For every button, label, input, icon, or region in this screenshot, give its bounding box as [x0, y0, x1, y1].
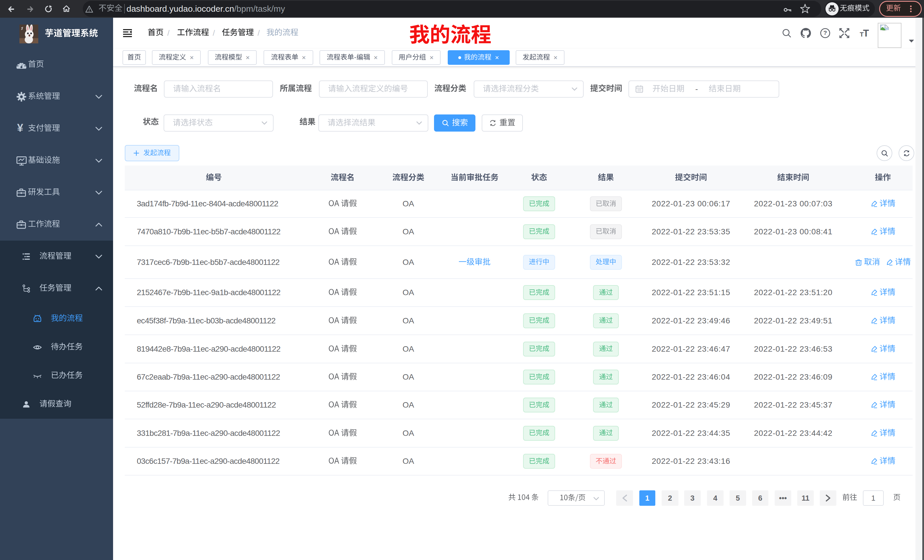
svg-text:?: ? [824, 29, 827, 36]
svg-text:T: T [863, 28, 869, 38]
